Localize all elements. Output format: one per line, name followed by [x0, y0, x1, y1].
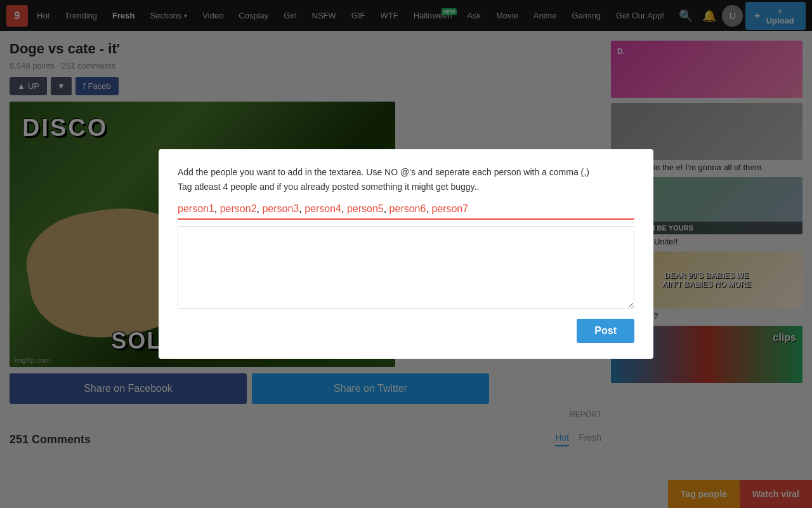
person-tag-5: person5 — [347, 203, 384, 214]
person-tag-6: person6 — [390, 203, 426, 214]
person-tag-7: person7 — [431, 203, 468, 214]
modal-tag-input-line: person1, person2, person3, person4, pers… — [178, 203, 634, 220]
modal-textarea[interactable] — [178, 226, 634, 309]
modal-dialog: Add the people you want to add in the te… — [159, 149, 653, 359]
person-tag-1: person1 — [178, 203, 214, 214]
person-tag-3: person3 — [262, 203, 299, 214]
modal-instruction-line1: Add the people you want to add in the te… — [178, 165, 634, 179]
modal-footer: Post — [178, 319, 634, 343]
modal-instruction-line2: Tag atleast 4 people and if you already … — [178, 180, 634, 194]
modal-post-button[interactable]: Post — [577, 319, 634, 343]
modal-instructions: Add the people you want to add in the te… — [178, 165, 634, 194]
person-tag-4: person4 — [304, 203, 341, 214]
person-tag-2: person2 — [220, 203, 257, 214]
modal-overlay[interactable]: Add the people you want to add in the te… — [0, 0, 812, 508]
